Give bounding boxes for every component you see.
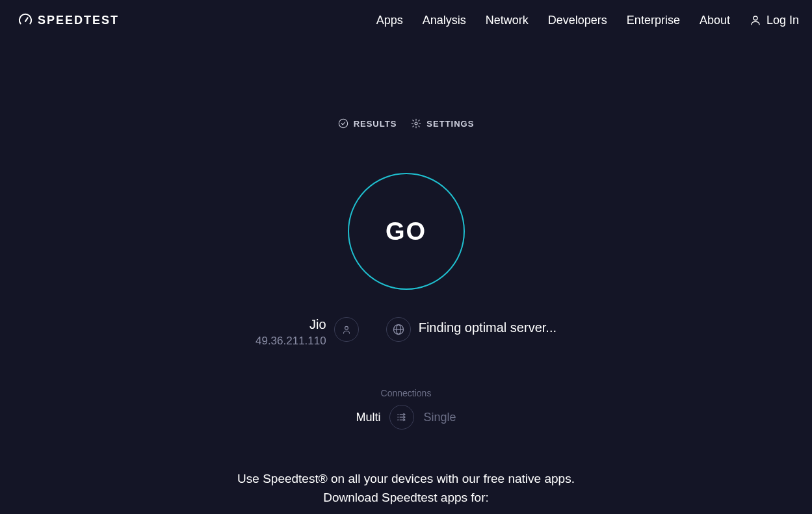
tab-settings-label: SETTINGS — [426, 119, 474, 129]
nav-developers[interactable]: Developers — [548, 14, 607, 27]
svg-point-4 — [345, 326, 348, 329]
server-block: Finding optimal server... — [386, 317, 557, 342]
speedtest-gauge-icon — [18, 13, 33, 27]
server-status: Finding optimal server... — [419, 317, 557, 335]
toggle-single[interactable]: Single — [423, 411, 456, 424]
isp-ip: 49.36.211.110 — [255, 335, 326, 348]
main-nav: Apps Analysis Network Developers Enterpr… — [376, 14, 799, 27]
svg-point-1 — [753, 16, 757, 20]
brand-name: SPEEDTEST — [38, 14, 119, 27]
svg-point-3 — [415, 122, 417, 125]
go-button[interactable]: GO — [348, 173, 465, 290]
connections-label: Connections — [381, 388, 432, 398]
svg-point-12 — [398, 419, 399, 420]
isp-user-icon[interactable] — [334, 317, 359, 342]
connections-toggle-icon[interactable] — [389, 405, 414, 430]
tab-results[interactable]: RESULTS — [338, 118, 397, 129]
login-label: Log In — [766, 14, 799, 27]
svg-line-0 — [25, 18, 28, 21]
svg-point-10 — [398, 417, 399, 418]
nav-analysis[interactable]: Analysis — [423, 14, 466, 27]
go-container: GO — [0, 173, 812, 290]
connections-section: Connections Multi Single — [0, 388, 812, 430]
nav-apps[interactable]: Apps — [376, 14, 403, 27]
nav-enterprise[interactable]: Enterprise — [627, 14, 680, 27]
nav-network[interactable]: Network — [486, 14, 529, 27]
isp-name: Jio — [255, 317, 326, 332]
footer-promo: Use Speedtest® on all your devices with … — [0, 470, 812, 507]
toggle-multi[interactable]: Multi — [356, 411, 380, 424]
promo-line-1: Use Speedtest® on all your devices with … — [0, 470, 812, 489]
nav-about[interactable]: About — [700, 14, 730, 27]
header: SPEEDTEST Apps Analysis Network Develope… — [0, 0, 812, 40]
go-label: GO — [386, 218, 426, 246]
connections-toggle: Multi Single — [356, 405, 456, 430]
checkmark-icon — [338, 118, 348, 129]
brand-logo[interactable]: SPEEDTEST — [18, 13, 119, 27]
svg-point-8 — [398, 414, 399, 415]
globe-icon[interactable] — [386, 317, 411, 342]
user-icon — [750, 14, 761, 26]
top-tabs: RESULTS SETTINGS — [0, 118, 812, 129]
info-row: Jio 49.36.211.110 Finding optimal server… — [0, 317, 812, 348]
promo-line-2: Download Speedtest apps for: — [0, 489, 812, 508]
svg-point-2 — [339, 119, 347, 127]
tab-results-label: RESULTS — [354, 119, 397, 129]
tab-settings[interactable]: SETTINGS — [411, 118, 474, 129]
isp-block: Jio 49.36.211.110 — [255, 317, 359, 348]
isp-text: Jio 49.36.211.110 — [255, 317, 326, 348]
gear-icon — [411, 118, 421, 129]
login-link[interactable]: Log In — [750, 14, 799, 27]
